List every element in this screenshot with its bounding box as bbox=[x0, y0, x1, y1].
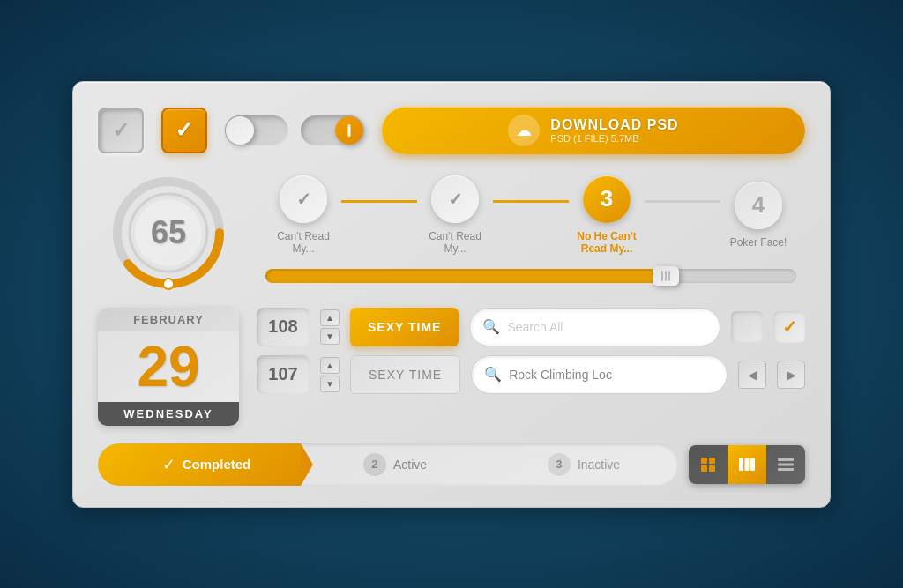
list-icon bbox=[778, 458, 794, 471]
svg-point-4 bbox=[163, 279, 174, 289]
download-cloud-icon: ☁ bbox=[508, 115, 540, 146]
number-display-2: 107 bbox=[257, 355, 310, 394]
search-icon-2: 🔍 bbox=[484, 366, 502, 383]
step-num-3: 3 bbox=[548, 453, 571, 476]
step-label-4: Poker Face! bbox=[730, 236, 787, 249]
gauge-value: 65 bbox=[151, 214, 186, 251]
search-box-2[interactable]: 🔍 Rock Climbing Loc bbox=[471, 355, 728, 394]
view-columns-button[interactable] bbox=[728, 445, 766, 484]
nav-next-button[interactable]: ▶ bbox=[777, 361, 805, 389]
thumb-line-3 bbox=[668, 271, 670, 281]
steps-slider-area: ✓ Can't Read My... ✓ Can't Read My... 3 … bbox=[257, 175, 805, 290]
controls-area: 108 ▲ ▼ SEXY TIME 🔍 Search All ✓ 107 ▲ ▼ bbox=[257, 308, 805, 394]
control-row-2: 107 ▲ ▼ SEXY TIME 🔍 Rock Climbing Loc ◀ … bbox=[257, 355, 805, 394]
slider-container bbox=[257, 269, 805, 283]
stepper-1: ▲ ▼ bbox=[320, 309, 340, 345]
step-1: ✓ Can't Read My... bbox=[265, 175, 341, 255]
nav-prev-button[interactable]: ◀ bbox=[738, 361, 766, 389]
calendar-day: 29 bbox=[98, 331, 239, 402]
slider-track[interactable] bbox=[265, 269, 796, 283]
step-4: 4 Poker Face! bbox=[720, 182, 796, 249]
step-label-1: Can't Read My... bbox=[268, 230, 339, 255]
svg-rect-5 bbox=[701, 458, 707, 464]
toggle-line bbox=[348, 124, 351, 137]
toggle-knob-on bbox=[335, 116, 363, 145]
progress-step-active[interactable]: 2 Active bbox=[301, 443, 489, 486]
download-text-group: DOWNLOAD PSD PSD (1 FILE) 5.7MB bbox=[550, 117, 678, 144]
view-grid-button[interactable] bbox=[689, 445, 728, 484]
checkbox-unchecked[interactable] bbox=[98, 108, 144, 153]
svg-rect-12 bbox=[778, 458, 794, 461]
step-arrow-1 bbox=[301, 443, 313, 486]
calendar: FEBRUARY 29 WEDNESDAY bbox=[98, 308, 239, 426]
step-label-3: No He Can't Read My... bbox=[571, 230, 642, 255]
sexy-time-button-1[interactable]: SEXY TIME bbox=[350, 308, 459, 346]
calendar-month: FEBRUARY bbox=[98, 308, 239, 331]
progress-step-completed[interactable]: ✓ Completed bbox=[98, 443, 301, 486]
view-list-button[interactable] bbox=[766, 445, 805, 484]
step-connector-2 bbox=[493, 200, 569, 203]
steps-track: ✓ Can't Read My... ✓ Can't Read My... 3 … bbox=[257, 175, 805, 255]
toggle-off[interactable] bbox=[225, 115, 288, 145]
stepper-down-1[interactable]: ▼ bbox=[320, 328, 340, 345]
svg-rect-7 bbox=[701, 465, 707, 472]
step-2: ✓ Can't Read My... bbox=[417, 175, 493, 255]
row-controls: ☁ DOWNLOAD PSD PSD (1 FILE) 5.7MB bbox=[98, 107, 805, 154]
thumb-line-1 bbox=[661, 271, 663, 281]
search-placeholder-1: Search All bbox=[507, 320, 707, 334]
progress-label-inactive: Inactive bbox=[578, 458, 620, 472]
svg-rect-13 bbox=[778, 463, 794, 465]
search-box-1[interactable]: 🔍 Search All bbox=[469, 308, 720, 346]
step-circle-2: ✓ bbox=[431, 175, 479, 223]
thumb-line-2 bbox=[665, 271, 667, 281]
row-progress-view: ✓ Completed 2 Active 3 Inactive bbox=[98, 443, 805, 486]
svg-rect-9 bbox=[739, 458, 743, 471]
search-icon-1: 🔍 bbox=[482, 318, 500, 335]
search-value-2: Rock Climbing Loc bbox=[509, 368, 714, 382]
row-calendar-controls: FEBRUARY 29 WEDNESDAY 108 ▲ ▼ SEXY TIME … bbox=[98, 308, 805, 426]
step-connector-3 bbox=[645, 200, 720, 203]
svg-rect-6 bbox=[709, 458, 715, 464]
checkbox-small-checked[interactable]: ✓ bbox=[773, 311, 805, 343]
stepper-2: ▲ ▼ bbox=[320, 357, 340, 392]
progress-step-inactive[interactable]: 3 Inactive bbox=[489, 443, 678, 486]
checkbox-small-empty[interactable] bbox=[731, 311, 763, 343]
number-display-1: 108 bbox=[257, 308, 310, 346]
svg-rect-10 bbox=[745, 458, 750, 471]
step-label-2: Can't Read My... bbox=[420, 230, 490, 255]
download-subtitle: PSD (1 FILE) 5.7MB bbox=[550, 133, 678, 144]
svg-rect-14 bbox=[778, 468, 794, 471]
stepper-down-2[interactable]: ▼ bbox=[320, 376, 340, 392]
toggle-knob-off bbox=[226, 116, 254, 145]
download-button[interactable]: ☁ DOWNLOAD PSD PSD (1 FILE) 5.7MB bbox=[382, 107, 805, 154]
view-toggle bbox=[689, 445, 805, 484]
calendar-weekday: WEDNESDAY bbox=[98, 402, 239, 426]
download-title: DOWNLOAD PSD bbox=[550, 117, 678, 133]
columns-icon bbox=[739, 458, 755, 471]
slider-thumb[interactable] bbox=[653, 266, 679, 286]
toggle-group bbox=[225, 115, 364, 145]
checkbox-checked[interactable] bbox=[161, 108, 207, 153]
row-gauge-steps: 65 ✓ Can't Read My... ✓ Can't Read My...… bbox=[98, 175, 805, 290]
step-circle-1: ✓ bbox=[280, 175, 327, 223]
control-row-1: 108 ▲ ▼ SEXY TIME 🔍 Search All ✓ bbox=[257, 308, 805, 346]
toggle-on[interactable] bbox=[301, 115, 364, 145]
step-connector-1 bbox=[341, 200, 417, 203]
progress-label-completed: Completed bbox=[183, 457, 251, 472]
gauge-container: 65 bbox=[98, 175, 239, 290]
sexy-time-button-2[interactable]: SEXY TIME bbox=[350, 355, 460, 394]
progress-label-active: Active bbox=[393, 458, 427, 472]
step-num-2: 2 bbox=[363, 453, 386, 476]
progress-steps: ✓ Completed 2 Active 3 Inactive bbox=[98, 443, 678, 486]
ui-panel: ☁ DOWNLOAD PSD PSD (1 FILE) 5.7MB bbox=[72, 81, 831, 508]
stepper-up-2[interactable]: ▲ bbox=[320, 357, 340, 374]
step-circle-4: 4 bbox=[735, 182, 782, 229]
completed-check-icon: ✓ bbox=[162, 455, 175, 474]
svg-rect-11 bbox=[750, 458, 755, 471]
step-3: 3 No He Can't Read My... bbox=[569, 175, 645, 255]
svg-rect-8 bbox=[709, 465, 715, 472]
step-circle-3: 3 bbox=[583, 175, 631, 223]
circular-gauge: 65 bbox=[111, 175, 226, 290]
grid-icon bbox=[700, 457, 716, 473]
stepper-up-1[interactable]: ▲ bbox=[320, 309, 340, 326]
